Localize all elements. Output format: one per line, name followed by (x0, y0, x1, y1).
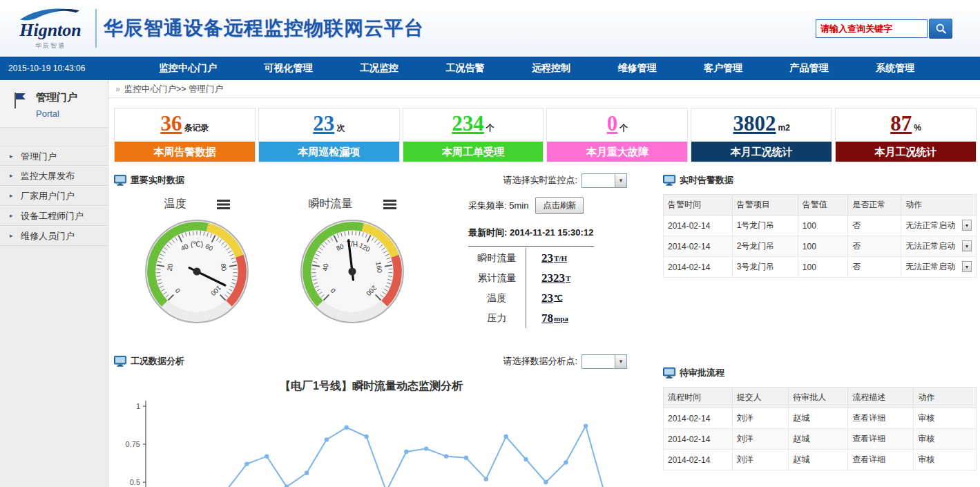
chart-point (584, 423, 588, 428)
gauge-block: 瞬时流量04080120160200T/H (276, 193, 428, 343)
search-input[interactable] (816, 19, 928, 38)
logo-subtext: 华辰智通 (35, 41, 66, 50)
reading-value[interactable]: 78mpa (526, 308, 568, 328)
table-cell: 赵城 (789, 450, 848, 470)
nav-item[interactable]: 产品管理 (790, 62, 829, 75)
table-cell: 刘洋 (732, 450, 789, 470)
main-nav: 2015-10-19 10:43:06 监控中心门户可视化管理工况监控工况告警远… (0, 57, 980, 80)
nav-item[interactable]: 工况告警 (446, 62, 485, 75)
sidebar-item[interactable]: 管理门户 (0, 146, 108, 166)
row-dropdown-icon[interactable]: ▾ (962, 220, 972, 231)
monitor-icon (663, 175, 675, 186)
table-cell: 否 (848, 236, 901, 257)
portal-title: 管理门户 (36, 91, 77, 104)
table-row[interactable]: 2014-02-143号龙门吊100否▾无法正常启动 (664, 257, 977, 278)
analysis-point-select[interactable]: ▾ (582, 354, 627, 369)
chart-ytick-label: 0.5 (130, 478, 140, 486)
table-cell[interactable]: 查看详细 (848, 450, 914, 470)
sampling-frequency: 采集频率: 5min (468, 200, 528, 212)
table-cell[interactable]: 查看详细 (848, 429, 914, 450)
stat-value[interactable]: 23 (313, 113, 334, 134)
app-header: Hignton 华辰智通 华辰智通设备远程监控物联网云平台 (0, 0, 980, 57)
table-row[interactable]: 2014-02-14刘洋赵城查看详细审核 (664, 408, 977, 429)
row-dropdown-icon[interactable]: ▾ (962, 240, 972, 251)
stat-label-bar[interactable]: 本周告警数据 (115, 142, 255, 162)
stat-label-bar[interactable]: 本月工况统计 (836, 142, 976, 162)
flag-icon (12, 91, 28, 109)
right-column: 实时告警数据 告警时间告警项目告警值是否正常动作2014-02-141号龙门吊1… (663, 171, 977, 487)
table-cell[interactable]: 查看详细 (848, 408, 914, 429)
table-cell[interactable]: ▾无法正常启动 (901, 257, 977, 278)
column-header: 是否正常 (848, 195, 901, 216)
nav-item[interactable]: 远程控制 (532, 62, 570, 75)
reading-value[interactable]: 23T/H (526, 248, 567, 268)
sidebar-item[interactable]: 监控大屏发布 (0, 166, 108, 186)
table-row[interactable]: 2014-02-14刘洋赵城查看详细审核 (664, 450, 977, 470)
chart-point (404, 450, 408, 454)
table-row[interactable]: 2014-02-14刘洋赵城查看详细审核 (664, 429, 977, 450)
analysis-panel-header: 工况数据分析 请选择数据分析点: ▾ (114, 352, 628, 371)
table-row[interactable]: 2014-02-142号龙门吊100否▾无法正常启动 (664, 236, 977, 257)
nav-item[interactable]: 监控中心门户 (159, 62, 217, 75)
reading-value[interactable]: 23℃ (526, 288, 562, 308)
stat-label-bar[interactable]: 本月重大故障 (547, 142, 687, 162)
portal-header: 管理门户 Portal (0, 80, 108, 128)
chart-series-line (147, 426, 606, 487)
breadcrumb-icon: » (115, 84, 120, 94)
gauge-menu-icon[interactable] (383, 200, 396, 209)
realtime-panel: 重要实时数据 请选择实时监控点: ▾ 温度020406080100(℃)瞬时流量… (114, 171, 628, 343)
nav-item[interactable]: 工况监控 (360, 62, 398, 75)
stat-label-bar[interactable]: 本周工单受理 (403, 142, 544, 162)
column-header: 流程描述 (848, 388, 914, 408)
table-cell[interactable]: 审核 (914, 429, 977, 450)
gauge-unit: (℃) (191, 240, 203, 248)
stat-value[interactable]: 3802 (733, 113, 776, 134)
chart-point (484, 477, 488, 481)
stat-label-bar[interactable]: 本周巡检漏项 (259, 142, 399, 162)
row-dropdown-icon[interactable]: ▾ (962, 261, 972, 272)
nav-item[interactable]: 系统管理 (876, 62, 914, 75)
stat-value-wrap: 0个 (547, 108, 687, 142)
chart-ytick-label: 1 (136, 402, 140, 410)
stat-cards: 36条记录本周告警数据23次本周巡检漏项234个本周工单受理0个本月重大故障38… (108, 98, 980, 171)
reading-unit: T/H (554, 254, 567, 262)
stat-value[interactable]: 36 (160, 113, 182, 134)
table-cell[interactable]: 审核 (914, 408, 977, 429)
nav-item[interactable]: 可视化管理 (265, 62, 313, 75)
main-content: »监控中心门户>> 管理门户 36条记录本周告警数据23次本周巡检漏项234个本… (108, 80, 980, 487)
table-row[interactable]: 2014-02-141号龙门吊100否▾无法正常启动 (664, 216, 977, 236)
search-button[interactable] (929, 19, 952, 39)
breadcrumb: »监控中心门户>> 管理门户 (108, 80, 980, 98)
table-cell: 赵城 (789, 429, 848, 450)
table-cell[interactable]: ▾无法正常启动 (901, 236, 977, 257)
alarm-table: 告警时间告警项目告警值是否正常动作2014-02-141号龙门吊100否▾无法正… (663, 194, 977, 278)
stat-unit: 次 (336, 122, 345, 134)
nav-item[interactable]: 维修管理 (618, 62, 657, 75)
stat-value[interactable]: 0 (607, 113, 618, 134)
nav-item[interactable]: 客户管理 (704, 62, 742, 75)
sidebar-item[interactable]: 厂家用户门户 (0, 186, 108, 206)
sidebar-item[interactable]: 设备工程师门户 (0, 206, 108, 226)
table-cell[interactable]: 审核 (914, 450, 977, 470)
table-cell: 2014-02-14 (664, 429, 733, 450)
table-cell: 3号龙门吊 (732, 257, 798, 278)
sidebar-item[interactable]: 维修人员门户 (0, 226, 108, 246)
table-cell[interactable]: ▾无法正常启动 (901, 216, 977, 236)
stat-value-wrap: 87% (836, 108, 976, 142)
refresh-button[interactable]: 点击刷新 (535, 197, 584, 214)
stat-label-bar[interactable]: 本月工况统计 (691, 142, 832, 162)
stat-unit: 条记录 (184, 122, 209, 134)
stat-value-wrap: 3802m2 (691, 108, 832, 142)
logo[interactable]: Hignton 华辰智通 (8, 6, 93, 50)
stat-value[interactable]: 87 (890, 113, 912, 134)
table-cell: 2014-02-14 (664, 257, 733, 278)
table-cell: 1号龙门吊 (732, 216, 798, 236)
panel-columns: 重要实时数据 请选择实时监控点: ▾ 温度020406080100(℃)瞬时流量… (108, 171, 980, 487)
center-column: 重要实时数据 请选择实时监控点: ▾ 温度020406080100(℃)瞬时流量… (114, 171, 628, 487)
gauge-menu-icon[interactable] (217, 200, 230, 209)
monitor-point-select[interactable]: ▾ (582, 173, 627, 188)
stat-value[interactable]: 234 (452, 113, 484, 134)
stat-value-wrap: 234个 (403, 108, 544, 142)
reading-value[interactable]: 2323T (526, 268, 570, 288)
stat-unit: 个 (486, 122, 494, 134)
